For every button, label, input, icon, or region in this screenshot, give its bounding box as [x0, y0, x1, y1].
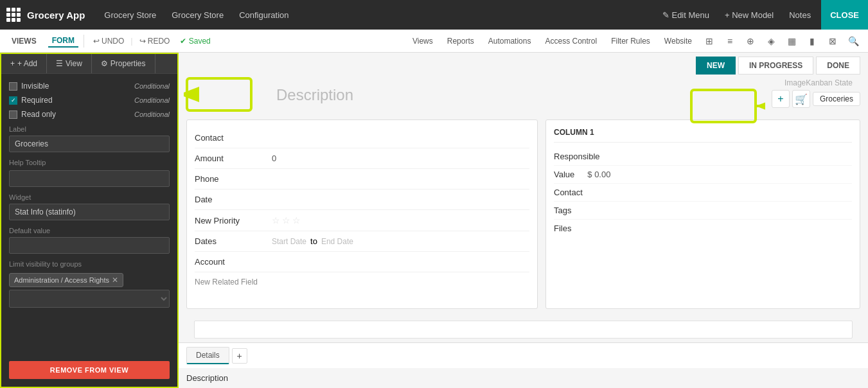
list-view-icon[interactable]: ≡	[723, 34, 737, 48]
remove-visibility-icon[interactable]: ✕	[112, 276, 118, 285]
tags-label: Tags	[554, 206, 571, 215]
svg-rect-0	[187, 78, 251, 110]
description-row: Description ImageKanban State +	[179, 78, 868, 112]
reports-link[interactable]: Reports	[443, 35, 478, 47]
required-label: Required	[21, 96, 130, 105]
visibility-dropdown[interactable]	[9, 290, 170, 308]
close-btn[interactable]: CLOSE	[821, 0, 868, 30]
left-panel: + + Add ☰ View ⚙ Properties Invisible Co…	[0, 53, 179, 388]
widget-select[interactable]: Stat Info (statinfo)	[9, 204, 170, 220]
view-form-tabs: VIEWS FORM	[8, 35, 78, 48]
kanban-state-area: ImageKanban State + 🛒	[772, 78, 860, 108]
add-tab-btn[interactable]: +	[232, 348, 247, 364]
default-value-title: Default value	[9, 227, 170, 234]
invisible-conditional: Conditional	[134, 82, 170, 90]
start-date[interactable]: Start Date	[272, 237, 306, 246]
search-icon[interactable]: 🔍	[846, 34, 860, 48]
required-checkbox[interactable]	[9, 96, 17, 105]
kanban-cart-icon[interactable]: 🛒	[792, 90, 810, 108]
new-model-btn[interactable]: + New Model	[720, 8, 779, 22]
new-related-row: New Related Field	[195, 272, 529, 292]
remove-from-view-btn[interactable]: REMOVE FROM VIEW	[9, 361, 170, 379]
done-status-btn[interactable]: DONE	[816, 57, 860, 75]
description-label: Description	[186, 373, 228, 383]
column1-header: COLUMN 1	[554, 128, 852, 143]
details-tab[interactable]: Details	[186, 347, 229, 364]
contact-row: Contact	[195, 128, 529, 148]
filter-rules-link[interactable]: Filter Rules	[607, 35, 654, 47]
views-link[interactable]: Views	[409, 35, 437, 47]
help-tooltip-input[interactable]	[9, 170, 170, 187]
readonly-conditional: Conditional	[134, 110, 170, 118]
star-2[interactable]: ☆	[282, 215, 290, 225]
label-input[interactable]	[9, 136, 170, 152]
readonly-checkbox[interactable]	[9, 110, 17, 119]
kanban-side-card: COLUMN 1 Responsible Value $ 0.00 Contac…	[545, 119, 860, 309]
app-logo[interactable]: Grocery App	[6, 8, 85, 22]
kanban-state-pill[interactable]: Groceries	[813, 92, 860, 106]
notes-btn[interactable]: Notes	[784, 8, 816, 22]
right-arrow-annotation	[688, 84, 765, 128]
website-link[interactable]: Website	[660, 35, 696, 47]
access-control-link[interactable]: Access Control	[541, 35, 601, 47]
kanban-card-container: Contact Amount 0 Phone Date New Priority	[179, 112, 868, 317]
chart-icon[interactable]: ▮	[805, 34, 819, 48]
default-value-input[interactable]	[9, 237, 170, 254]
invisible-row: Invisible Conditional	[9, 82, 170, 91]
dates-row: Dates Start Date to End Date	[195, 231, 529, 252]
date-row: Date	[195, 190, 529, 210]
saved-badge: ✔ Saved	[176, 35, 214, 47]
calendar-icon[interactable]: ▦	[784, 34, 799, 48]
side-contact-label: Contact	[554, 188, 583, 197]
kanban-controls: + 🛒 Groceries	[772, 90, 860, 108]
grid-view-icon[interactable]: ⊞	[702, 34, 716, 48]
status-bar: NEW IN PROGRESS DONE	[179, 53, 868, 78]
nav-configuration[interactable]: Configuration	[233, 8, 295, 22]
second-bar: VIEWS FORM ↩ UNDO | ↪ REDO ✔ Saved Views…	[0, 30, 868, 53]
star-1[interactable]: ☆	[272, 215, 280, 225]
responsible-label: Responsible	[554, 152, 600, 161]
new-priority-label: New Priority	[195, 216, 272, 225]
new-priority-row: New Priority ☆ ☆ ☆	[195, 210, 529, 231]
value-row: Value $ 0.00	[554, 166, 852, 184]
main-layout: + + Add ☰ View ⚙ Properties Invisible Co…	[0, 53, 868, 388]
form-tab[interactable]: FORM	[48, 35, 78, 48]
add-btn[interactable]: + + Add	[1, 54, 47, 73]
end-date[interactable]: End Date	[321, 237, 353, 246]
new-related-label[interactable]: New Related Field	[195, 278, 529, 287]
view-btn[interactable]: ☰ View	[47, 54, 92, 73]
view-icon: ☰	[56, 59, 63, 68]
visibility-tag: Administration / Access Rights ✕	[9, 273, 123, 287]
views-tab[interactable]: VIEWS	[8, 35, 40, 47]
nav-grocery-store-1[interactable]: Grocery Store	[98, 8, 163, 22]
amount-label: Amount	[195, 154, 272, 163]
amount-value: 0	[272, 154, 529, 163]
invisible-label: Invisible	[21, 82, 130, 91]
visibility-group: Administration / Access Rights ✕	[9, 273, 170, 308]
automations-link[interactable]: Automations	[484, 35, 535, 47]
logo-grid-icon	[6, 8, 21, 22]
contact-label: Contact	[195, 133, 272, 143]
panel-toolbar: + + Add ☰ View ⚙ Properties	[1, 54, 177, 74]
new-status-btn[interactable]: NEW	[696, 57, 736, 75]
widget-section-title: Widget	[9, 193, 170, 201]
nav-grocery-store-2[interactable]: Grocery Store	[165, 8, 230, 22]
in-progress-status-btn[interactable]: IN PROGRESS	[738, 57, 813, 75]
redo-btn[interactable]: ↪ REDO	[136, 35, 174, 47]
kanban-add-icon[interactable]: +	[772, 90, 790, 108]
date-label: Date	[195, 195, 272, 204]
required-row: Required Conditional	[9, 96, 170, 105]
options-icon[interactable]: ⊕	[743, 34, 757, 48]
map-icon[interactable]: ◈	[764, 34, 778, 48]
edit-menu-btn[interactable]: ✎ Edit Menu	[657, 8, 714, 22]
undo-redo-group: ↩ UNDO | ↪ REDO ✔ Saved	[89, 35, 215, 47]
bottom-tabs: Details +	[179, 342, 868, 368]
star-3[interactable]: ☆	[292, 215, 301, 225]
text-input-field[interactable]	[194, 321, 853, 339]
top-actions: ✎ Edit Menu + New Model Notes CLOSE	[657, 0, 862, 30]
invisible-checkbox[interactable]	[9, 82, 17, 91]
pivot-icon[interactable]: ⊠	[826, 34, 840, 48]
properties-btn[interactable]: ⚙ Properties	[92, 54, 155, 73]
undo-btn[interactable]: ↩ UNDO	[89, 35, 128, 47]
account-row: Account	[195, 252, 529, 272]
